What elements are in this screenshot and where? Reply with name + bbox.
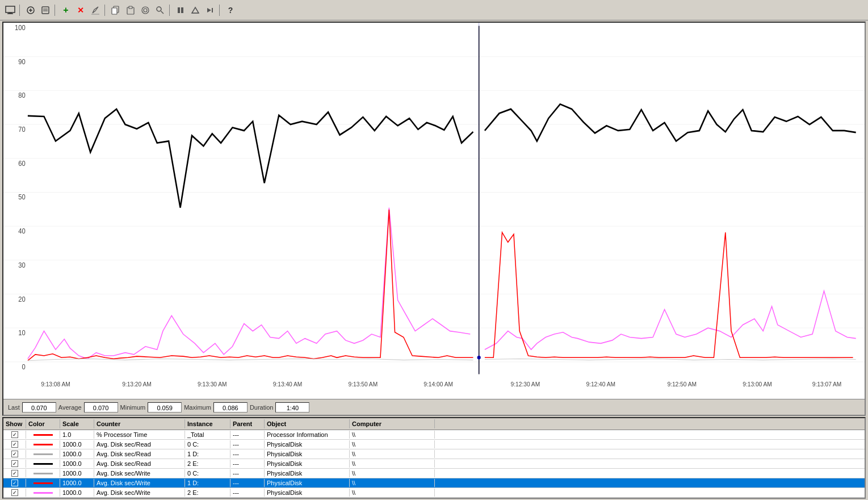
svg-text:9:13:07 AM: 9:13:07 AM — [812, 381, 842, 388]
pause-button[interactable] — [174, 3, 187, 17]
minimum-stat: Minimum 0.059 — [120, 402, 182, 413]
unfreeze-icon[interactable] — [24, 3, 37, 17]
svg-text:9:12:50 AM: 9:12:50 AM — [667, 381, 697, 388]
average-value: 0.070 — [84, 402, 118, 413]
svg-text:9:13:00 AM: 9:13:00 AM — [743, 381, 772, 388]
app-window: + ✕ ? — [0, 0, 868, 500]
table-row[interactable]: ✓1000.0Avg. Disk sec/Read2 E:---Physical… — [3, 459, 865, 469]
svg-text:9:12:30 AM: 9:12:30 AM — [511, 381, 540, 388]
sep4 — [169, 5, 171, 16]
table-row[interactable]: ✓1000.0Avg. Disk sec/Write0 C:---Physica… — [3, 469, 865, 478]
col-instance: Instance — [185, 419, 230, 428]
svg-marker-19 — [192, 7, 199, 13]
stats-bar: Last 0.070 Average 0.070 Minimum 0.059 M… — [3, 399, 865, 415]
svg-text:30: 30 — [18, 262, 25, 269]
col-color: Color — [26, 419, 60, 428]
col-object: Object — [265, 419, 350, 428]
legend-header: Show Color Scale Counter Instance Parent… — [3, 418, 865, 430]
table-row[interactable]: ✓1000.0Avg. Disk sec/Write1 D:---Physica… — [3, 478, 865, 488]
minimum-value: 0.059 — [148, 402, 182, 413]
stop-button[interactable] — [188, 3, 202, 17]
maximum-label: Maximum — [184, 404, 211, 411]
svg-rect-17 — [181, 7, 183, 13]
svg-text:80: 80 — [18, 92, 25, 99]
svg-rect-22 — [3, 23, 865, 399]
skip-button[interactable] — [203, 3, 217, 17]
col-show: Show — [3, 419, 26, 428]
chart-area: 100 90 80 70 60 50 40 30 20 10 0 — [2, 22, 866, 416]
svg-text:60: 60 — [18, 160, 25, 166]
chart-container: 100 90 80 70 60 50 40 30 20 10 0 — [3, 23, 865, 399]
svg-text:9:12:40 AM: 9:12:40 AM — [586, 381, 615, 388]
properties-button[interactable] — [139, 3, 152, 17]
svg-point-57 — [477, 356, 481, 360]
col-computer: Computer — [350, 419, 435, 428]
last-stat: Last 0.070 — [8, 402, 56, 413]
svg-point-13 — [142, 7, 149, 14]
sep2 — [54, 5, 57, 16]
svg-marker-20 — [207, 8, 211, 13]
svg-text:70: 70 — [18, 126, 25, 133]
svg-text:9:14:00 AM: 9:14:00 AM — [423, 381, 453, 388]
svg-line-15 — [161, 11, 164, 14]
svg-rect-11 — [129, 6, 132, 9]
highlight-button[interactable] — [89, 3, 102, 17]
svg-text:0: 0 — [22, 364, 26, 370]
last-label: Last — [8, 404, 20, 411]
sep3 — [104, 5, 107, 16]
delete-counter-button[interactable]: ✕ — [74, 3, 87, 17]
duration-label: Duration — [250, 404, 274, 411]
toolbar: + ✕ ? — [0, 0, 868, 20]
chart-svg: 100 90 80 70 60 50 40 30 20 10 0 — [3, 23, 865, 399]
duration-stat: Duration 1:40 — [250, 402, 310, 413]
svg-rect-9 — [112, 8, 117, 14]
svg-text:20: 20 — [18, 295, 25, 302]
paste-button[interactable] — [124, 3, 137, 17]
legend-rows: ✓1.0% Processor Time_Total---Processor I… — [3, 430, 865, 498]
svg-rect-21 — [212, 8, 213, 13]
svg-text:9:13:20 AM: 9:13:20 AM — [122, 381, 152, 388]
svg-text:90: 90 — [18, 58, 25, 65]
maximum-value: 0.086 — [213, 402, 248, 413]
last-value: 0.070 — [22, 402, 56, 413]
table-row[interactable]: ✓1000.0Avg. Disk sec/Write2 E:---Physica… — [3, 488, 865, 498]
zoom-button[interactable] — [153, 3, 167, 17]
svg-text:9:13:40 AM: 9:13:40 AM — [273, 381, 303, 388]
copy-button[interactable] — [109, 3, 123, 17]
legend-table: Show Color Scale Counter Instance Parent… — [2, 417, 866, 499]
svg-rect-0 — [6, 6, 15, 13]
table-row[interactable]: ✓1000.0Avg. Disk sec/Read1 D:---Physical… — [3, 449, 865, 459]
col-parent: Parent — [230, 419, 265, 428]
help-button[interactable]: ? — [224, 3, 237, 17]
svg-text:9:13:08 AM: 9:13:08 AM — [41, 381, 70, 388]
svg-rect-4 — [42, 7, 49, 14]
sep5 — [219, 5, 221, 16]
svg-point-14 — [157, 7, 161, 11]
svg-text:100: 100 — [15, 24, 26, 31]
add-counter-button[interactable]: + — [59, 3, 73, 17]
average-label: Average — [58, 404, 82, 411]
svg-text:40: 40 — [18, 228, 25, 235]
options-icon[interactable] — [39, 3, 52, 17]
average-stat: Average 0.070 — [58, 402, 118, 413]
maximum-stat: Maximum 0.086 — [184, 402, 248, 413]
sep1 — [19, 5, 22, 16]
duration-value: 1:40 — [275, 402, 309, 413]
svg-point-12 — [144, 9, 147, 12]
col-scale: Scale — [60, 419, 94, 428]
table-row[interactable]: ✓1000.0Avg. Disk sec/Read0 C:---Physical… — [3, 440, 865, 449]
col-counter: Counter — [94, 419, 185, 428]
table-row[interactable]: ✓1.0% Processor Time_Total---Processor I… — [3, 430, 865, 440]
svg-text:10: 10 — [18, 330, 25, 336]
monitor-icon[interactable] — [3, 3, 17, 17]
svg-text:50: 50 — [18, 194, 25, 201]
svg-rect-16 — [178, 7, 180, 13]
svg-text:9:13:50 AM: 9:13:50 AM — [349, 381, 378, 388]
minimum-label: Minimum — [120, 404, 146, 411]
svg-text:9:13:30 AM: 9:13:30 AM — [198, 381, 227, 388]
svg-marker-18 — [192, 7, 199, 13]
